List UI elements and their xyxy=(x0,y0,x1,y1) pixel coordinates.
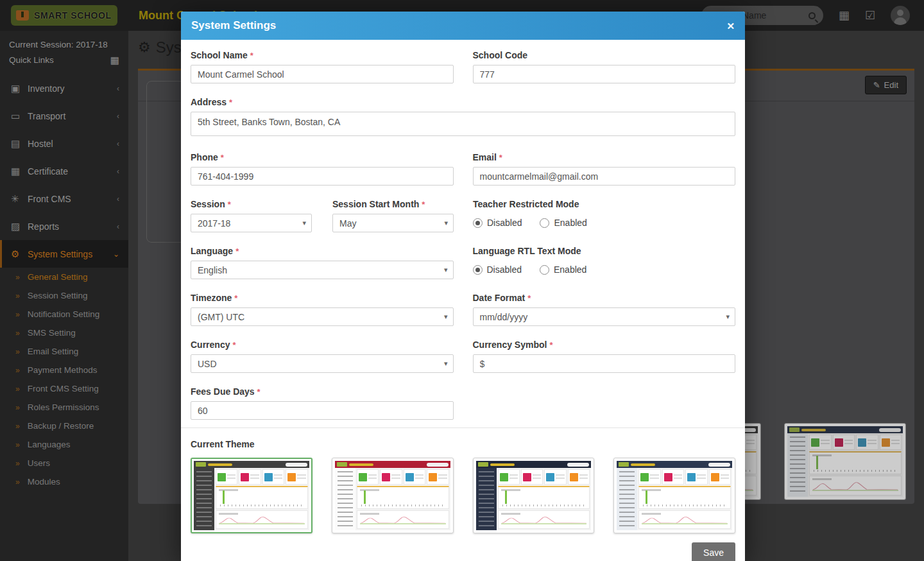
mini-sidebar xyxy=(194,468,214,530)
sidebar-item-transport[interactable]: ▭ Transport ‹ xyxy=(0,102,128,130)
current-theme-label: Current Theme xyxy=(191,439,735,449)
submenu-label: Email Setting xyxy=(28,347,79,356)
modal-body: School Name* School Code Address* 5th St… xyxy=(181,40,745,533)
required-asterisk: * xyxy=(527,293,531,303)
school-code-field[interactable] xyxy=(473,65,736,83)
double-arrow-icon: » xyxy=(15,366,20,375)
submenu-label: Notification Setting xyxy=(28,309,100,319)
modal-header: System Settings ✕ xyxy=(181,12,745,40)
language-label: Language* xyxy=(191,246,454,256)
currency-label: Currency* xyxy=(191,340,454,350)
grid-icon[interactable]: ▦ xyxy=(110,53,119,68)
submenu-item-general-setting[interactable]: »General Setting xyxy=(0,268,128,286)
search-icon[interactable] xyxy=(809,12,816,19)
sidebar-item-certificate[interactable]: ▦ Certificate ‹ xyxy=(0,157,128,185)
language-rtl-radios: Disabled Enabled xyxy=(473,264,736,275)
transport-icon: ▭ xyxy=(11,110,28,122)
language-select[interactable]: English xyxy=(191,261,454,279)
theme-option-dark-navy[interactable] xyxy=(473,458,595,533)
school-name-label: School Name* xyxy=(191,50,454,60)
theme-option-gray[interactable] xyxy=(191,458,312,533)
tasks-icon[interactable]: ☑ xyxy=(865,10,875,21)
fees-due-days-label: Fees Due Days* xyxy=(191,386,454,397)
phone-field[interactable] xyxy=(191,167,454,186)
session-start-month-select[interactable]: May xyxy=(332,214,454,232)
required-asterisk: * xyxy=(234,293,237,303)
chevron-left-icon: ‹ xyxy=(117,167,119,176)
double-arrow-icon: » xyxy=(15,478,20,487)
modal-footer: Save xyxy=(181,533,745,561)
theme-option-navy[interactable] xyxy=(613,458,735,533)
double-arrow-icon: » xyxy=(15,273,20,282)
submenu-label: Users xyxy=(28,458,50,468)
session-select[interactable]: 2017-18 xyxy=(191,214,312,232)
date-format-select[interactable]: mm/dd/yyyy xyxy=(473,307,736,326)
address-field[interactable]: 5th Street, Banks Town, Bostan, CA xyxy=(191,112,735,136)
teacher-restricted-mode-label: Teacher Restricted Mode xyxy=(473,199,735,209)
currency-symbol-label: Currency Symbol* xyxy=(473,340,736,350)
required-asterisk: * xyxy=(257,387,261,397)
radio-dot xyxy=(540,218,549,228)
quick-links-label: Quick Links xyxy=(9,53,54,68)
mini-topbar xyxy=(617,461,732,468)
submenu-item-roles-permissions[interactable]: »Roles Permissions xyxy=(0,398,128,417)
required-asterisk: * xyxy=(232,340,235,350)
edit-button[interactable]: ✎ Edit xyxy=(865,76,907,94)
sidebar-item-system-settings[interactable]: ⚙ System Settings ⌄ xyxy=(0,240,128,268)
sidebar-item-label: Reports xyxy=(28,221,59,232)
logo-zone: SMART SCHOOL xyxy=(0,5,128,26)
mini-main xyxy=(214,468,309,530)
required-asterisk: * xyxy=(229,98,232,107)
submenu-item-email-setting[interactable]: »Email Setting xyxy=(0,342,128,361)
theme-preview xyxy=(476,461,592,530)
submenu-label: SMS Setting xyxy=(28,328,76,338)
logo-text: SMART SCHOOL xyxy=(34,10,112,21)
submenu-item-modules[interactable]: »Modules xyxy=(0,472,128,491)
sidebar: Current Session: 2017-18 Quick Links ▦ ▣… xyxy=(0,31,128,561)
submenu-item-session-setting[interactable]: »Session Setting xyxy=(0,286,128,305)
chevron-left-icon: ‹ xyxy=(117,139,119,148)
email-field[interactable] xyxy=(473,167,736,186)
currency-symbol-field[interactable] xyxy=(473,354,736,373)
app-logo[interactable]: SMART SCHOOL xyxy=(11,5,117,26)
double-arrow-icon: » xyxy=(15,310,20,319)
radio-disabled[interactable]: Disabled xyxy=(473,264,522,275)
quick-links[interactable]: Quick Links ▦ xyxy=(9,53,119,68)
theme-option-red[interactable] xyxy=(332,458,454,533)
radio-disabled[interactable]: Disabled xyxy=(473,218,522,228)
sidebar-item-hostel[interactable]: ▤ Hostel ‹ xyxy=(0,130,128,157)
radio-enabled[interactable]: Enabled xyxy=(540,264,586,275)
mini-topbar xyxy=(787,426,903,433)
sidebar-item-reports[interactable]: ▨ Reports ‹ xyxy=(0,212,128,240)
submenu-item-front-cms-setting[interactable]: »Front CMS Setting xyxy=(0,379,128,398)
school-name-field[interactable] xyxy=(191,65,454,83)
mini-topbar xyxy=(335,461,450,468)
theme-preview xyxy=(335,461,450,530)
save-button[interactable]: Save xyxy=(692,542,735,561)
close-icon[interactable]: ✕ xyxy=(726,21,735,31)
submenu-item-languages[interactable]: »Languages xyxy=(0,435,128,454)
fees-due-days-field[interactable] xyxy=(191,401,454,420)
submenu-item-notification-setting[interactable]: »Notification Setting xyxy=(0,305,128,324)
radio-enabled[interactable]: Enabled xyxy=(540,218,586,228)
user-avatar[interactable] xyxy=(891,6,910,25)
background-theme-thumbnail[interactable] xyxy=(784,423,906,500)
submenu-item-payment-methods[interactable]: »Payment Methods xyxy=(0,361,128,379)
edit-button-label: Edit xyxy=(884,80,898,90)
submenu-label: Languages xyxy=(28,440,71,449)
mini-topbar xyxy=(194,461,309,468)
calendar-icon[interactable]: ▦ xyxy=(839,10,850,21)
language-rtl-label: Language RTL Text Mode xyxy=(473,246,736,256)
submenu-item-users[interactable]: »Users xyxy=(0,454,128,472)
theme-preview xyxy=(194,461,309,530)
submenu-label: Session Setting xyxy=(28,291,88,300)
sidebar-item-label: Hostel xyxy=(28,139,53,149)
submenu-item-backup-restore[interactable]: »Backup / Restore xyxy=(0,417,128,435)
sidebar-item-front-cms[interactable]: ✳ Front CMS ‹ xyxy=(0,185,128,212)
timezone-label: Timezone* xyxy=(191,293,454,303)
double-arrow-icon: » xyxy=(15,291,20,300)
sidebar-item-inventory[interactable]: ▣ Inventory ‹ xyxy=(0,74,128,102)
timezone-select[interactable]: (GMT) UTC xyxy=(191,307,454,326)
currency-select[interactable]: USD xyxy=(191,354,454,373)
submenu-item-sms-setting[interactable]: »SMS Setting xyxy=(0,324,128,342)
